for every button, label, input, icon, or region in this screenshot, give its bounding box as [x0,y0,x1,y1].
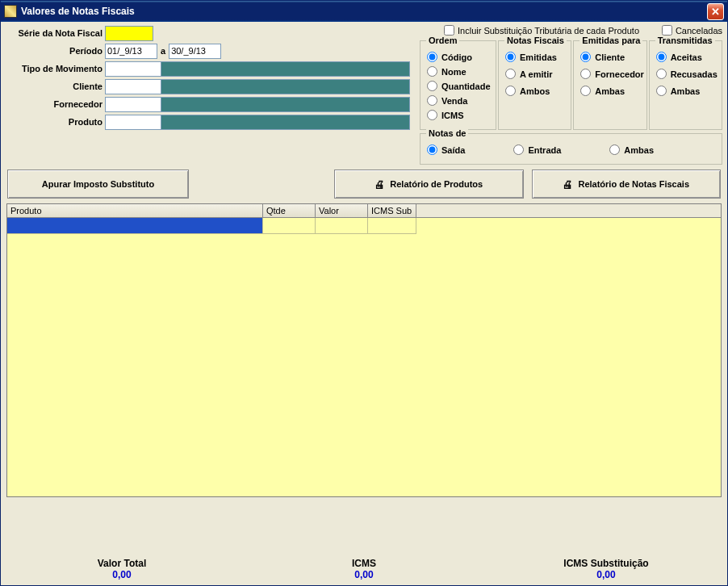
printer-icon: 🖨 [563,178,573,190]
grid-body[interactable] [7,218,721,496]
app-icon [4,5,17,18]
produto-label: Produto [4,117,105,127]
serie-input[interactable] [105,26,153,41]
notas-de-group: Notas de Saída Entrada Ambas [420,133,722,165]
col-icms-sub[interactable]: ICMS Sub [368,204,416,217]
canceladas-label: Canceladas [676,26,722,36]
nd-entrada-radio[interactable]: Entrada [513,144,561,155]
canceladas-checkbox[interactable]: Canceladas [662,25,722,36]
cell-qtde[interactable] [263,218,316,234]
periodo-from-input[interactable] [105,44,157,59]
ordem-nome-radio[interactable]: Nome [427,66,489,77]
notas-fiscais-group: Notas Fiscais Emitidas A emitir Ambos [498,40,571,130]
notas-de-legend: Notas de [426,128,468,138]
tipo-input[interactable] [105,61,161,77]
emitidas-para-legend: Emitidas para [579,36,642,45]
grid-header: Produto Qtde Valor ICMS Sub [7,204,721,218]
ordem-codigo-radio[interactable]: Código [427,52,489,62]
tr-recusadas-radio[interactable]: Recusadas [656,69,715,79]
cliente-label: Cliente [4,82,105,91]
ep-fornecedor-radio[interactable]: Fornecedor [580,69,639,79]
relatorio-produtos-button[interactable]: 🖨 Relatório de Produtos [334,170,524,199]
emitidas-para-group: Emitidas para Cliente Fornecedor Ambas [573,40,646,130]
ordem-venda-radio[interactable]: Venda [427,95,489,106]
ep-ambas-radio[interactable]: Ambas [580,86,639,96]
nd-ambas-radio[interactable]: Ambas [609,144,654,155]
cliente-display [161,79,410,94]
notas-ambos-radio[interactable]: Ambos [505,86,564,96]
tipo-display [161,61,410,77]
fornecedor-display [161,97,410,112]
col-valor[interactable]: Valor [316,204,368,217]
footer-icms-label: ICMS [283,558,445,569]
nd-saida-radio[interactable]: Saída [427,144,465,155]
periodo-label: Período [4,46,105,56]
ordem-quantidade-radio[interactable]: Quantidade [427,81,489,91]
periodo-to-input[interactable] [169,44,221,59]
incluir-sub-label: Incluir Substituição Tributária de cada … [458,26,639,36]
window-title: Valores de Notas Fiscais [21,6,135,17]
cliente-input[interactable] [105,79,161,94]
footer-icms-value: 0,00 [283,569,445,580]
table-row[interactable] [7,218,721,234]
cell-produto[interactable] [7,218,263,234]
tr-aceitas-radio[interactable]: Aceitas [656,52,715,62]
relatorio-notas-button[interactable]: 🖨 Relatório de Notas Fiscais [532,170,722,199]
titlebar[interactable]: Valores de Notas Fiscais ✕ [1,1,727,22]
close-button[interactable]: ✕ [707,3,724,20]
fornecedor-label: Fornecedor [4,99,105,109]
tr-ambas-radio[interactable]: Ambas [656,86,715,96]
cell-icms[interactable] [368,218,416,234]
incluir-sub-checkbox[interactable]: Incluir Substituição Tributária de cada … [444,25,639,36]
col-qtde[interactable]: Qtde [263,204,316,217]
notas-aemitir-radio[interactable]: A emitir [505,69,564,79]
col-produto[interactable]: Produto [7,204,263,217]
transmitidas-group: Transmitidas Aceitas Recusadas Ambas [649,40,722,130]
ordem-icms-radio[interactable]: ICMS [427,110,489,120]
notas-emitidas-radio[interactable]: Emitidas [505,52,564,62]
fornecedor-input[interactable] [105,97,161,112]
ep-cliente-radio[interactable]: Cliente [580,52,639,62]
grid[interactable]: Produto Qtde Valor ICMS Sub [6,203,722,497]
ordem-group: Ordem Código Nome Quantidade Venda ICMS [420,40,496,130]
serie-label: Série da Nota Fiscal [4,28,105,38]
footer-total-label: Valor Total [41,558,203,569]
periodo-separator: a [161,46,165,56]
cell-valor[interactable] [316,218,368,234]
notas-legend: Notas Fiscais [504,36,567,45]
printer-icon: 🖨 [374,178,385,190]
produto-display [161,115,410,130]
apurar-button[interactable]: Apurar Imposto Substituto [7,170,189,199]
footer-icmssub-label: ICMS Substituição [525,558,687,569]
footer-icmssub-value: 0,00 [525,569,687,580]
produto-input[interactable] [105,115,161,130]
tipo-label: Tipo de Movimento [4,64,105,73]
transmitidas-legend: Transmitidas [655,36,715,45]
footer-total-value: 0,00 [41,569,203,580]
ordem-legend: Ordem [426,36,459,45]
